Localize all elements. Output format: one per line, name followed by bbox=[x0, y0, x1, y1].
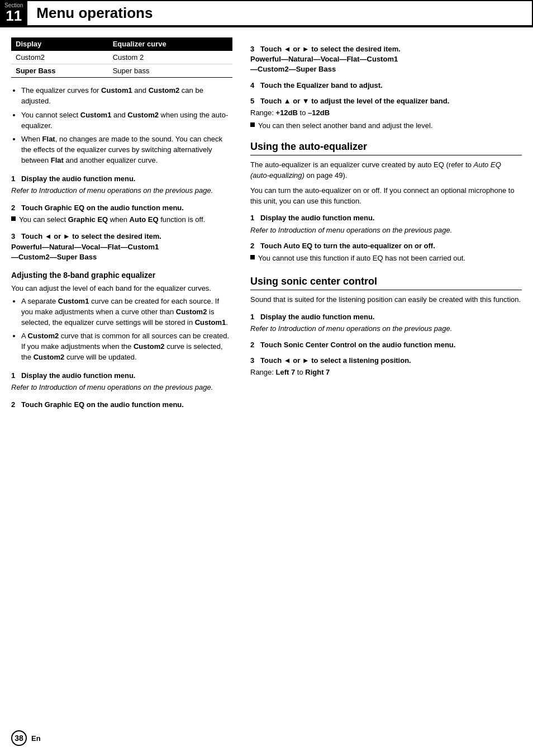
section-box: Section 11 bbox=[0, 0, 27, 26]
step-num: 4 bbox=[250, 81, 254, 89]
section-auto-eq-title: Using the auto-equalizer bbox=[250, 141, 522, 155]
page-number: 38 bbox=[11, 730, 27, 746]
table-cell-curve: Super bass bbox=[108, 64, 232, 78]
step-num: 3 bbox=[250, 356, 254, 365]
adj-step-1-heading: 1 Display the audio function menu. bbox=[11, 371, 232, 381]
auto-eq-body2: You can turn the auto-equalizer on or of… bbox=[250, 186, 522, 207]
footer-lang: En bbox=[31, 734, 41, 743]
table-cell-display: Custom2 bbox=[11, 51, 108, 64]
auto-step-1-body: Refer to Introduction of menu operations… bbox=[250, 225, 522, 236]
sonic-step-1-heading: 1 Display the audio function menu. bbox=[250, 312, 522, 322]
content-columns: Display Equalizer curve Custom2 Custom 2… bbox=[0, 37, 533, 412]
step-num: 1 bbox=[250, 313, 254, 321]
step-3-heading: 3 Touch ◄ or ► to select the desired ite… bbox=[11, 231, 232, 262]
sonic-body: Sound that is suited for the listening p… bbox=[250, 295, 522, 305]
list-item: When Flat, no changes are made to the so… bbox=[21, 134, 232, 166]
page-footer: 38 En bbox=[11, 730, 41, 746]
step-num: 3 bbox=[250, 45, 254, 53]
step-num: 2 bbox=[250, 242, 254, 250]
section-sonic-title: Using sonic center control bbox=[250, 276, 522, 290]
step-2-note: You can select Graphic EQ when Auto EQ f… bbox=[11, 215, 232, 225]
right-column: 3 Touch ◄ or ► to select the desired ite… bbox=[246, 37, 522, 412]
auto-step-2-heading: 2 Touch Auto EQ to turn the auto-equaliz… bbox=[250, 241, 522, 251]
list-item: A Custom2 curve that is common for all s… bbox=[21, 331, 232, 363]
step-num: 1 bbox=[11, 371, 15, 380]
r-step-4-heading: 4 Touch the Equalizer band to adjust. bbox=[250, 81, 522, 91]
step-num: 1 bbox=[11, 174, 15, 183]
eq-table: Display Equalizer curve Custom2 Custom 2… bbox=[11, 37, 232, 78]
section-number: 11 bbox=[6, 8, 22, 23]
table-cell-curve: Custom 2 bbox=[108, 51, 232, 64]
table-cell-display: Super Bass bbox=[11, 64, 108, 78]
note-icon bbox=[250, 122, 255, 127]
step-1-heading: 1 Display the audio function menu. bbox=[11, 174, 232, 184]
page-header: Section 11 Menu operations bbox=[0, 0, 533, 27]
step-num: 3 bbox=[11, 232, 15, 240]
list-item: A separate Custom1 curve can be created … bbox=[21, 296, 232, 328]
table-row: Custom2 Custom 2 bbox=[11, 51, 232, 64]
table-header-curve: Equalizer curve bbox=[108, 37, 232, 51]
page-title: Menu operations bbox=[27, 0, 533, 26]
step-num: 2 bbox=[11, 204, 15, 212]
list-item: The equalizer curves for Custom1 and Cus… bbox=[21, 86, 232, 107]
table-header-display: Display bbox=[11, 37, 108, 51]
r-step-5-note: You can then select another band and adj… bbox=[250, 121, 522, 131]
table-row: Super Bass Super bass bbox=[11, 64, 232, 78]
left-column: Display Equalizer curve Custom2 Custom 2… bbox=[11, 37, 246, 412]
sonic-step-3-range: Range: Left 7 to Right 7 bbox=[250, 367, 522, 378]
note-icon bbox=[11, 216, 16, 221]
auto-step-1-heading: 1 Display the audio function menu. bbox=[250, 213, 522, 223]
step-num: 5 bbox=[250, 97, 254, 105]
subsection-adj-title: Adjusting the 8-band graphic equalizer bbox=[11, 270, 232, 280]
intro-bullets: The equalizer curves for Custom1 and Cus… bbox=[11, 86, 232, 166]
step-2-heading: 2 Touch Graphic EQ on the audio function… bbox=[11, 203, 232, 213]
list-item: You cannot select Custom1 and Custom2 wh… bbox=[21, 110, 232, 131]
adj-step-1-body: Refer to Introduction of menu operations… bbox=[11, 382, 232, 393]
sonic-step-3-heading: 3 Touch ◄ or ► to select a listening pos… bbox=[250, 356, 522, 366]
adj-bullets: A separate Custom1 curve can be created … bbox=[11, 296, 232, 363]
auto-step-2-note: You cannot use this function if auto EQ … bbox=[250, 253, 522, 263]
r-step-5-heading: 5 Touch ▲ or ▼ to adjust the level of th… bbox=[250, 96, 522, 106]
auto-eq-body1: The auto-equalizer is an equalizer curve… bbox=[250, 160, 522, 181]
step-num: 1 bbox=[250, 214, 254, 222]
sonic-step-2-heading: 2 Touch Sonic Center Control on the audi… bbox=[250, 340, 522, 350]
step-num: 2 bbox=[11, 400, 15, 409]
adj-intro: You can adjust the level of each band fo… bbox=[11, 284, 232, 294]
r-step-3-heading: 3 Touch ◄ or ► to select the desired ite… bbox=[250, 44, 522, 75]
adj-step-2-heading: 2 Touch Graphic EQ on the audio function… bbox=[11, 400, 232, 410]
sonic-step-1-body: Refer to Introduction of menu operations… bbox=[250, 324, 522, 334]
note-icon bbox=[250, 255, 255, 259]
r-step-5-range: Range: +12dB to –12dB bbox=[250, 108, 522, 119]
step-num: 2 bbox=[250, 341, 254, 349]
page: Section 11 Menu operations Display Equal… bbox=[0, 0, 533, 756]
step-1-body: Refer to Introduction of menu operations… bbox=[11, 186, 232, 196]
